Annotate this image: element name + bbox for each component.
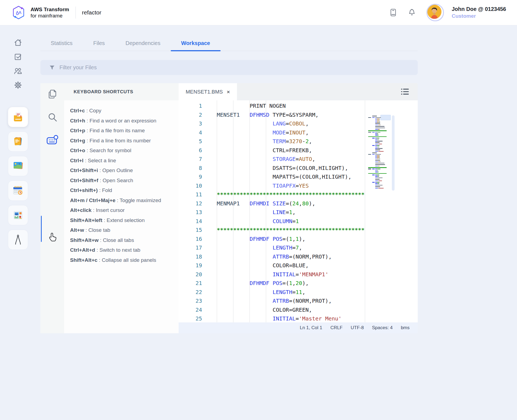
- user-name[interactable]: John Doe @ 0123456: [452, 5, 506, 13]
- funnel-filter-icon: [49, 65, 55, 71]
- shortcut-item: Ctrl+p : Find a file from its name: [70, 126, 174, 136]
- brand-divider: [76, 7, 76, 19]
- code-line-15: 15**************************************…: [179, 226, 418, 235]
- shortcut-item: Shift+Alt+left : Extend selection: [70, 215, 174, 226]
- shortcut-item: Ctrl+o : Search for symbol: [70, 146, 174, 156]
- shortcuts-title: KEYBOARD SHORTCUTS: [74, 89, 133, 95]
- calendar-schedule-icon: [12, 185, 24, 197]
- status-eol: CRLF: [330, 325, 342, 331]
- tile-calendar-schedule[interactable]: [8, 181, 28, 201]
- shortcut-item: Shift+Alt+c : Collapse all side panels: [70, 255, 174, 265]
- code-line-24: 24 COLOR=GREEN,: [179, 305, 418, 314]
- user-role: Customer: [452, 13, 506, 20]
- code-line-25: 25 INITIAL='Master Menu': [179, 314, 418, 322]
- line-number: 10: [179, 181, 206, 190]
- editor-statusbar: Ln 1, Col 1 CRLF UTF-8 Spaces: 4 bms: [179, 322, 418, 333]
- shortcut-item: Alt+m / Ctrl+Maj+e : Toggle maximized: [70, 196, 174, 206]
- minimap[interactable]: [368, 115, 391, 190]
- code-line-16: 16 DFHMDF POS=(1,1),: [179, 235, 418, 244]
- tile-map-gallery[interactable]: [8, 156, 28, 176]
- map-gallery-icon: [12, 160, 24, 172]
- docs-book-icon[interactable]: [388, 7, 399, 18]
- code-line-22: 22 LENGTH=11,: [179, 288, 418, 297]
- product-name: refactor: [82, 9, 101, 16]
- line-number: 4: [179, 128, 206, 137]
- code-line-23: 23 ATTRB=(NORM,PROT),: [179, 296, 418, 305]
- line-number: 23: [179, 296, 206, 305]
- users-icon[interactable]: [13, 67, 23, 75]
- search-magnifier-icon[interactable]: [46, 111, 59, 123]
- sidebar: [0, 25, 36, 420]
- file-manager-icon: [12, 111, 24, 123]
- brand: AWS Transform for mainframe refactor: [11, 5, 101, 20]
- filter-files-input[interactable]: [59, 64, 412, 71]
- status-indent: Spaces: 4: [372, 325, 393, 331]
- app-header: AWS Transform for mainframe refactor: [0, 0, 517, 25]
- design-compass-icon: [13, 234, 23, 246]
- status-language: bms: [401, 325, 410, 331]
- vertical-scrollbar[interactable]: [392, 115, 395, 191]
- brand-title: AWS Transform: [31, 6, 69, 13]
- line-number: 17: [179, 243, 206, 252]
- shortcuts-list: Ctrl+c : CopyCtrl+h : Find a word or an …: [64, 100, 179, 333]
- notifications-bell-icon[interactable]: [406, 7, 417, 18]
- documents-copy-icon[interactable]: [46, 88, 59, 100]
- line-number: 1: [179, 101, 206, 110]
- code-line-19: 19 COLOR=BLUE,: [179, 261, 418, 270]
- user-avatar[interactable]: [426, 4, 444, 21]
- code-line-14: 14 COLUMN=1: [179, 217, 418, 226]
- code-line-17: 17 LENGTH=7,: [179, 243, 418, 252]
- tile-documents-stack[interactable]: [8, 131, 28, 152]
- tile-file-manager[interactable]: [8, 107, 28, 127]
- line-number: 19: [179, 261, 206, 270]
- line-number: 9: [179, 172, 206, 181]
- code-editor[interactable]: 1 PRINT NOGEN2MENSET1 DFHMSD TYPE=&SYSPA…: [179, 100, 418, 322]
- code-line-21: 21 DFHMDF POS=(1,20),: [179, 279, 418, 288]
- line-number: 25: [179, 314, 206, 322]
- tab-statistics[interactable]: Statistics: [40, 40, 83, 51]
- tab-workspace[interactable]: Workspace: [171, 40, 220, 51]
- tab-files[interactable]: Files: [83, 40, 115, 51]
- line-number: 20: [179, 270, 206, 279]
- shortcuts-header: KEYBOARD SHORTCUTS: [64, 83, 179, 100]
- keyboard-shortcuts-icon[interactable]: [46, 134, 59, 146]
- line-number: 12: [179, 199, 206, 208]
- code-line-12: 12MENMAP1 DFHMDI SIZE=(24,80),: [179, 199, 418, 208]
- line-number: 6: [179, 146, 206, 155]
- tile-dashboard-charts[interactable]: [8, 205, 28, 225]
- code-line-20: 20 INITIAL='MENMAP1': [179, 270, 418, 279]
- shortcut-item: Shift+Alt+w : Close all tabs: [70, 235, 174, 245]
- tile-design-compass[interactable]: [8, 230, 28, 250]
- shortcut-item: Alt+w : Close tab: [70, 225, 174, 235]
- editor-tab-menset1-bms[interactable]: MENSET1.BMS ×: [179, 83, 237, 100]
- code-line-18: 18 ATTRB=(NORM,PROT),: [179, 252, 418, 261]
- tasks-check-icon[interactable]: [13, 52, 23, 61]
- shortcut-item: Ctrl+g : Find a line from its number: [70, 136, 174, 146]
- dashboard-charts-icon: [12, 209, 24, 221]
- code-line-13: 13 LINE=1,: [179, 208, 418, 217]
- panel-icon-strip: [40, 83, 64, 333]
- close-tab-icon[interactable]: ×: [227, 89, 230, 95]
- shortcut-item: Ctrl+l : Select a line: [70, 156, 174, 166]
- editor-tab-label: MENSET1.BMS: [186, 89, 223, 95]
- line-number: 8: [179, 164, 206, 173]
- line-number: 11: [179, 190, 206, 199]
- line-number: 24: [179, 305, 206, 314]
- shortcut-item: Ctrl+Shift+f : Open Search: [70, 176, 174, 186]
- line-number: 22: [179, 288, 206, 297]
- minimap-row: [368, 187, 391, 189]
- aws-transform-logo-icon: [11, 5, 26, 20]
- line-number: 21: [179, 279, 206, 288]
- editor-pane: MENSET1.BMS × 1 PRINT NOGEN2MENSET1 DFHM…: [179, 83, 418, 333]
- line-number: 14: [179, 217, 206, 226]
- home-icon[interactable]: [13, 38, 23, 47]
- brand-subtitle: for mainframe: [31, 13, 69, 19]
- hand-pointer-cursor: [49, 232, 57, 244]
- shortcut-item: Ctrl+c : Copy: [70, 106, 174, 116]
- active-panel-indicator: [41, 216, 42, 242]
- settings-gear-icon[interactable]: [13, 81, 23, 89]
- line-number: 2: [179, 110, 206, 119]
- filter-bar[interactable]: [40, 60, 418, 75]
- tab-dependencies[interactable]: Dependencies: [115, 40, 171, 51]
- list-outline-icon[interactable]: [401, 88, 409, 95]
